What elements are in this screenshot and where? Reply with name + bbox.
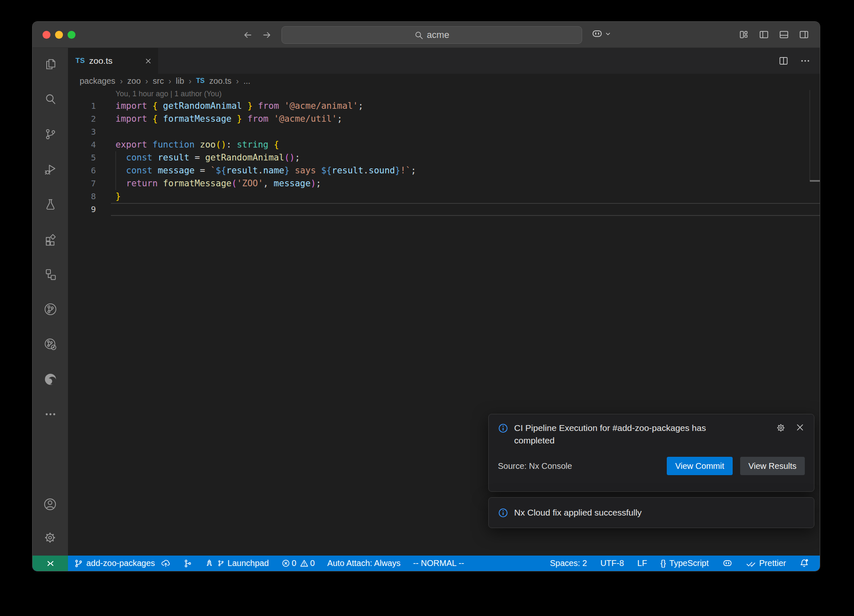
formatter-item[interactable]: Prettier [746,558,786,568]
code-token [269,140,274,150]
breadcrumb-item[interactable]: zoo [127,76,141,86]
toggle-panel-button[interactable] [778,29,790,40]
vim-mode-indicator[interactable]: -- NORMAL -- [413,558,464,568]
close-icon [795,423,805,432]
line-number: 4 [68,138,96,151]
toggle-secondary-sidebar-button[interactable] [798,29,810,40]
sidebar-item-gitlens-inspect[interactable] [43,337,58,351]
code-text: import { getRandomAnimal } from '@acme/a… [96,100,363,113]
copilot-icon [722,558,733,568]
source-control-graph-item[interactable] [183,559,192,568]
code-line[interactable]: 4export function zoo(): string { [68,138,820,151]
line-number: 5 [68,151,96,164]
typescript-file-icon: TS [75,57,85,65]
notification-source: Source: Nx Console [498,461,572,471]
copilot-status-item[interactable] [722,558,733,568]
code-line[interactable]: 8} [68,190,820,203]
breadcrumb-item[interactable]: packages [80,76,116,86]
view-results-button[interactable]: View Results [740,457,805,475]
breadcrumb-item[interactable]: lib [176,76,184,86]
code-token [116,153,126,163]
code-line[interactable]: 5 const result = getRandomAnimal(); [68,151,820,164]
sidebar-item-run-debug[interactable] [43,162,58,176]
git-branch-item[interactable]: add-zoo-packages [74,558,171,568]
code-token: sound [369,165,395,175]
settings-button[interactable] [43,531,57,545]
copilot-menu-button[interactable] [591,28,611,40]
code-token [269,114,274,124]
sidebar-item-nx-console[interactable] [43,267,58,281]
notification-message: CI Pipeline Execution for #add-zoo-packa… [514,422,741,447]
gear-icon [43,531,57,545]
notifications-bell-button[interactable] [799,558,809,568]
language-mode-item[interactable]: {} TypeScript [661,558,709,568]
chevron-right-icon: › [120,76,123,86]
notification-settings-button[interactable] [776,423,786,433]
sidebar-item-gitlens[interactable] [43,302,58,316]
breadcrumb: packages › zoo › src › lib › TS zoo.ts ›… [68,74,820,88]
code-line[interactable]: 9 [68,203,820,216]
code-token: getRandomAnimal [163,101,242,111]
launchpad-item[interactable]: Launchpad [205,558,269,568]
line-number: 8 [68,190,96,203]
auto-attach-item[interactable]: Auto Attach: Always [327,558,401,568]
more-actions-button[interactable] [800,55,811,66]
code-token: { [153,114,158,124]
double-check-icon [746,559,756,568]
code-line[interactable]: 7 return formatMessage('ZOO', message); [68,177,820,190]
indentation-item[interactable]: Spaces: 2 [550,558,587,568]
notification-close-button[interactable] [795,423,805,432]
tab-close-button[interactable] [144,57,152,65]
forward-button[interactable] [260,28,274,42]
ellipsis-icon [43,407,58,421]
split-editor-button[interactable] [778,55,789,66]
code-token [153,153,158,163]
code-token: ; [316,178,322,188]
sidebar-item-source-control[interactable] [43,127,58,141]
back-button[interactable] [241,28,254,42]
layout-controls [738,29,810,40]
chevron-right-icon: › [168,76,171,86]
gear-icon [776,423,786,433]
more-views-button[interactable] [43,407,58,421]
breadcrumb-file[interactable]: zoo.ts [209,76,231,86]
problems-item[interactable]: 0 0 [281,558,315,568]
code-token: const [126,165,152,175]
code-token: () [216,140,226,150]
minimize-window-button[interactable] [55,31,63,39]
encoding-item[interactable]: UTF-8 [600,558,624,568]
close-window-button[interactable] [43,31,50,39]
sidebar-item-search[interactable] [43,92,58,106]
typescript-file-icon: TS [196,77,204,85]
code-line[interactable]: 2import { formatMessage } from '@acme/ut… [68,113,820,125]
notification-toast-ci-pipeline: CI Pipeline Execution for #add-zoo-packa… [488,414,814,492]
ellipsis-icon [800,55,811,66]
indent-guide [116,151,116,190]
sidebar-item-extensions[interactable] [43,232,58,246]
sidebar-item-testing[interactable] [43,197,58,211]
toggle-primary-sidebar-button[interactable] [758,29,770,40]
code-line[interactable]: 3 [68,125,820,138]
command-center-search[interactable]: acme [281,26,582,44]
zoom-window-button[interactable] [68,31,75,39]
chevron-down-icon [605,30,611,37]
code-token: = [195,165,211,175]
breadcrumb-item[interactable]: src [153,76,164,86]
scrollbar-slider[interactable] [810,180,820,182]
code-line[interactable]: 6 const message = `${result.name} says $… [68,164,820,177]
remote-indicator[interactable] [33,556,68,571]
eol-item[interactable]: LF [637,558,647,568]
code-token [158,178,163,188]
code-token [231,140,237,150]
accounts-button[interactable] [43,497,57,511]
view-commit-button[interactable]: View Commit [667,457,732,475]
tab-zoo-ts[interactable]: TS zoo.ts [68,48,158,74]
sidebar-item-explorer[interactable] [43,57,58,71]
code-token: . [363,165,369,175]
breadcrumb-more[interactable]: ... [244,76,251,86]
sidebar-item-edge-tools[interactable] [43,372,58,386]
tab-bar: TS zoo.ts [68,48,820,74]
screen: acme [0,0,854,616]
code-line[interactable]: 1import { getRandomAnimal } from '@acme/… [68,100,820,113]
customize-layout-button[interactable] [738,29,750,40]
